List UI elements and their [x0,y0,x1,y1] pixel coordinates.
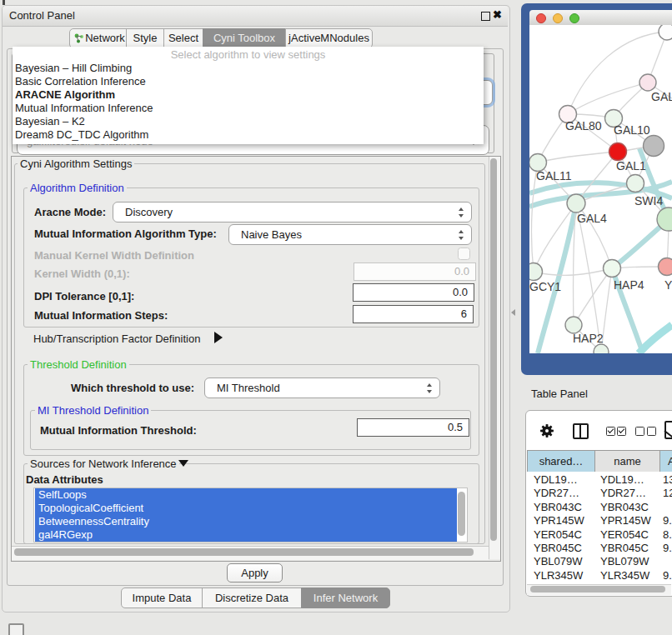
network-node-label: GAL10 [614,123,650,137]
collapse-arrow-icon[interactable] [178,460,188,467]
minimized-panel-icon[interactable] [8,623,24,635]
hub-definition-label[interactable]: Hub/Transcription Factor Definition [33,332,200,345]
network-node[interactable] [529,263,543,281]
column-header-shared[interactable]: shared… [527,450,595,472]
data-attributes-label: Data Attributes [26,473,103,486]
aracne-mode-combo[interactable]: Discovery [113,202,472,222]
table-row[interactable]: YLR345WYLR345W9. [527,569,672,582]
network-node-label: GAL80 [565,119,602,132]
close-icon[interactable]: ✖ [493,8,502,21]
list-vscrollbar-thumb[interactable] [458,492,465,536]
gear-icon[interactable] [539,422,555,439]
network-node[interactable] [639,74,656,91]
panel-divider-arrow[interactable] [511,309,515,316]
network-node-label: Y [664,278,672,292]
settings-hscrollbar-thumb[interactable] [14,548,474,556]
mi-threshold-field[interactable]: 0.5 [357,418,469,437]
algorithm-option-selected[interactable]: ARACNE Algorithm [15,88,478,102]
tab-jactivemnodules[interactable]: jActiveMNodules [285,28,373,48]
table-row[interactable]: YDL19…YDL19…13 [527,473,672,487]
mi-steps-field[interactable]: 6 [353,305,474,323]
network-node[interactable] [565,317,582,333]
tab-cyni-toolbox[interactable]: Cyni Toolbox [203,28,286,48]
columns-icon[interactable] [573,423,589,439]
tab-network[interactable]: Network [69,28,127,48]
tab-cyni-toolbox-label: Cyni Toolbox [213,32,275,44]
kernel-width-field[interactable]: 0.0 [354,262,476,281]
network-node[interactable] [659,25,672,40]
network-node-label: GAL1 [616,159,646,172]
algorithm-dropdown-hint: Select algorithm to view settings [13,48,484,61]
network-node-label: HAP2 [573,332,604,345]
tab-infer-network[interactable]: Infer Network [301,588,390,608]
network-node[interactable] [644,136,664,157]
algorithm-option[interactable]: Bayesian – Hill Climbing [15,62,478,75]
window-close-button[interactable] [536,13,546,23]
table-row[interactable]: YBR043CYBR043C [527,501,672,514]
mi-type-label: Mutual Information Algorithm Type: [34,228,217,240]
cyni-settings-group-title: Cyni Algorithm Settings [18,158,134,170]
window-zoom-button[interactable] [569,13,579,23]
which-threshold-combo[interactable]: MI Threshold [204,378,440,398]
dpi-tolerance-field[interactable]: 0.0 [353,283,474,302]
select-all-icon[interactable]: ✔ [617,427,626,436]
control-panel-titlebar [3,6,508,27]
algorithm-option[interactable]: Mutual Information Inference [15,102,478,115]
network-canvas[interactable]: GALGAL80GAL10GAL1GAL11SWI4GAL4GCY1HAP4YH… [529,25,672,353]
aracne-mode-label: Aracne Mode: [34,206,106,218]
network-node[interactable] [609,143,627,161]
combo-arrows-icon [459,230,464,240]
combo-arrows-icon [427,383,433,393]
network-icon [74,33,84,43]
algorithm-option[interactable]: Bayesian – K2 [15,115,478,128]
attribute-list-item[interactable]: gal4RGexp [35,528,457,542]
network-node[interactable] [659,258,672,276]
network-edge [538,152,618,162]
expand-arrow-icon[interactable] [214,332,223,343]
tab-select-label: Select [168,32,198,44]
attribute-list-item[interactable]: SelfLoops [35,488,457,502]
tab-jactivemnodules-label: jActiveMNodules [288,32,369,44]
attribute-list-item[interactable]: TopologicalCoefficient [35,502,457,515]
mi-steps-label: Mutual Information Steps: [34,309,168,322]
window-minimize-button[interactable] [553,13,563,23]
algorithm-option[interactable]: Basic Correlation Inference [15,75,478,88]
tab-impute-data[interactable]: Impute Data [121,588,203,608]
network-node[interactable] [567,194,585,212]
apply-button[interactable]: Apply [227,563,283,582]
network-node[interactable] [594,344,609,353]
tab-style-label: Style [133,32,158,44]
manual-kernel-checkbox[interactable] [458,248,470,260]
deselect-all-icon[interactable] [647,427,656,436]
table-row[interactable]: YER054CYER054C8. [527,528,672,542]
deselect-all-icon[interactable] [635,427,644,436]
tab-network-label: Network [85,32,125,44]
table-row[interactable]: YBL079WYBL079W [527,555,672,568]
table-hscrollbar-thumb[interactable] [530,586,665,592]
select-all-icon[interactable]: ✔ [606,427,615,436]
network-node[interactable] [604,260,621,278]
combo-arrows-icon [459,208,464,218]
tab-style[interactable]: Style [126,28,164,48]
data-attributes-list[interactable]: SelfLoopsTopologicalCoefficientBetweenne… [33,488,468,542]
network-edge [568,82,648,114]
column-header-partial[interactable]: A [659,450,672,472]
algorithm-option[interactable]: Dream8 DC_TDC Algorithm [15,128,478,142]
which-threshold-label: Which threshold to use: [71,382,194,394]
kernel-width-label: Kernel Width (0,1): [34,268,130,280]
table-row[interactable]: YPR145WYPR145W9. [527,514,672,528]
document-icon[interactable] [664,421,672,439]
dpi-tolerance-label: DPI Tolerance [0,1]: [34,290,134,302]
float-window-icon[interactable] [481,12,490,21]
column-header-name[interactable]: name [594,450,660,472]
network-node[interactable] [627,175,644,192]
mi-threshold-label: Mutual Information Threshold: [40,424,197,437]
tab-discretize-data[interactable]: Discretize Data [202,588,302,608]
tab-select[interactable]: Select [163,28,203,48]
table-row[interactable]: YBR045CYBR045C9. [527,542,672,555]
mi-type-combo[interactable]: Naive Bayes [228,224,472,245]
algorithm-definition-title: Algorithm Definition [28,182,127,194]
table-row[interactable]: YDR27…YDR27…12 [527,487,672,500]
attribute-list-item[interactable]: BetweennessCentrality [35,515,457,528]
settings-vscrollbar-thumb[interactable] [490,158,497,541]
